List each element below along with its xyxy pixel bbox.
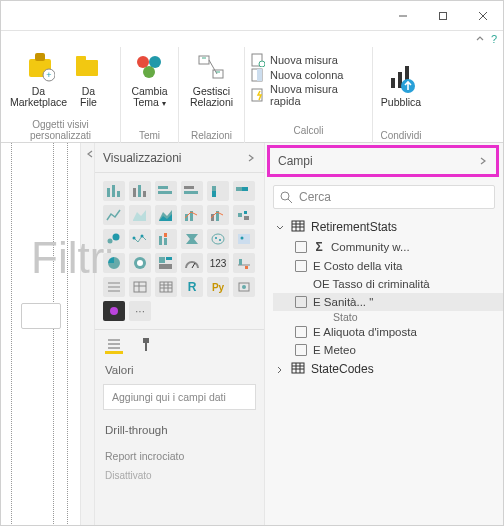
switch-theme-button[interactable]: Cambia Tema ▾ [126, 52, 174, 109]
window-maximize-button[interactable] [423, 1, 463, 31]
window-minimize-button[interactable] [383, 1, 423, 31]
viz-tile[interactable] [155, 181, 177, 201]
svg-rect-73 [134, 282, 146, 292]
svg-rect-63 [166, 257, 172, 260]
new-quick-measure-button[interactable]: Nuova misura rapida [251, 83, 371, 107]
help-icon[interactable]: ? [491, 33, 497, 45]
field-item[interactable]: E Sanità... " [273, 293, 503, 311]
viz-tile[interactable]: 123 [207, 253, 229, 273]
field-checkbox[interactable] [295, 260, 307, 272]
table-name: StateCodes [311, 362, 374, 376]
viz-tile[interactable] [207, 229, 229, 249]
field-item[interactable]: ΣCommunity w... [295, 237, 499, 257]
new-measure-button[interactable]: Nuova misura [251, 53, 371, 67]
viz-tile[interactable] [181, 229, 203, 249]
new-column-button[interactable]: Nuova colonna [251, 68, 371, 82]
svg-rect-45 [238, 213, 242, 217]
cross-report-toggle-off[interactable]: Disattivato [95, 466, 264, 485]
svg-rect-30 [133, 188, 136, 197]
viz-tile-py[interactable]: Py [207, 277, 229, 297]
fields-pane: Campi Cerca RetirementStatsΣCommunity w.… [265, 143, 503, 526]
field-item[interactable]: E Meteo [295, 341, 499, 359]
file-visual-button[interactable]: Da File [70, 52, 108, 109]
svg-point-50 [133, 237, 136, 240]
ribbon-collapse-icon[interactable] [475, 34, 485, 44]
manage-relations-button[interactable]: Gestisci Relazioni [184, 52, 240, 109]
viz-tile[interactable] [103, 277, 125, 297]
svg-point-12 [143, 66, 155, 78]
viz-tile[interactable] [103, 229, 125, 249]
svg-rect-35 [184, 186, 194, 189]
svg-rect-40 [242, 187, 248, 191]
publish-button[interactable]: Pubblica [377, 63, 425, 109]
viz-tile[interactable] [103, 181, 125, 201]
field-label: E Aliquota d'imposta [313, 326, 417, 338]
viz-tile[interactable] [129, 229, 151, 249]
cross-report-label: Report incrociato [95, 446, 264, 466]
svg-rect-14 [213, 70, 223, 78]
table-icon [291, 220, 305, 234]
viz-tile[interactable] [181, 181, 203, 201]
field-checkbox[interactable] [295, 296, 307, 308]
expand-viz-icon[interactable] [246, 153, 256, 163]
fields-pane-title: Campi [278, 154, 313, 168]
report-canvas[interactable] [1, 143, 81, 526]
viz-tile[interactable] [103, 253, 125, 273]
field-item[interactable]: E Aliquota d'imposta [295, 323, 499, 341]
viz-tile[interactable] [233, 253, 255, 273]
marketplace-visual-button[interactable]: + Da Marketplace [14, 52, 64, 109]
viz-tile[interactable] [129, 205, 151, 225]
expand-fields-icon[interactable] [478, 156, 488, 166]
format-tab-icon[interactable] [137, 336, 155, 354]
svg-rect-96 [292, 363, 304, 373]
viz-tile[interactable] [155, 253, 177, 273]
viz-tile[interactable] [181, 205, 203, 225]
viz-tile-r[interactable]: R [181, 277, 203, 297]
svg-point-48 [108, 239, 113, 244]
viz-tile[interactable] [155, 229, 177, 249]
viz-tile[interactable] [155, 205, 177, 225]
window-close-button[interactable] [463, 1, 503, 31]
viz-tile[interactable] [233, 205, 255, 225]
fields-pane-header-highlighted[interactable]: Campi [267, 145, 499, 177]
viz-tile[interactable] [233, 229, 255, 249]
viz-tile[interactable] [155, 277, 177, 297]
field-checkbox[interactable] [295, 326, 307, 338]
field-checkbox[interactable] [295, 344, 307, 356]
field-item[interactable]: E Costo della vita [295, 257, 499, 275]
svg-rect-21 [257, 69, 262, 81]
values-field-well[interactable]: Aggiungi qui i campi dati [103, 384, 256, 410]
viz-tile[interactable] [129, 253, 151, 273]
fields-tab-icon[interactable] [105, 336, 123, 354]
viz-tile[interactable] [129, 277, 151, 297]
svg-rect-46 [244, 211, 247, 214]
svg-point-19 [259, 61, 265, 67]
table-node[interactable]: StateCodes [273, 359, 499, 379]
svg-rect-88 [145, 343, 147, 351]
viz-tile-custom[interactable] [103, 301, 125, 321]
viz-tile[interactable] [233, 181, 255, 201]
svg-rect-5 [35, 53, 45, 61]
svg-rect-52 [159, 236, 162, 245]
svg-line-90 [288, 199, 292, 203]
svg-rect-31 [138, 185, 141, 197]
table-node[interactable]: RetirementStats [273, 217, 499, 237]
filter-floating-tab[interactable] [21, 303, 61, 329]
field-checkbox[interactable] [295, 241, 307, 253]
fields-search-input[interactable]: Cerca [273, 185, 495, 209]
svg-point-59 [241, 237, 244, 240]
svg-line-65 [192, 263, 195, 268]
viz-tile[interactable] [181, 253, 203, 273]
viz-tile[interactable] [233, 277, 255, 297]
viz-tile[interactable] [207, 181, 229, 201]
viz-tile[interactable] [207, 205, 229, 225]
field-item[interactable]: OE Tasso di criminalità [295, 275, 499, 293]
viz-tile-more[interactable]: ··· [129, 301, 151, 321]
viz-tile[interactable] [129, 181, 151, 201]
svg-rect-36 [184, 191, 198, 194]
svg-rect-1 [440, 12, 447, 19]
visualizations-pane: Visualizzazioni Filtri [95, 143, 265, 526]
viz-tile[interactable] [103, 205, 125, 225]
collapse-viz-pane-icon[interactable] [81, 143, 95, 159]
svg-point-10 [137, 56, 149, 68]
